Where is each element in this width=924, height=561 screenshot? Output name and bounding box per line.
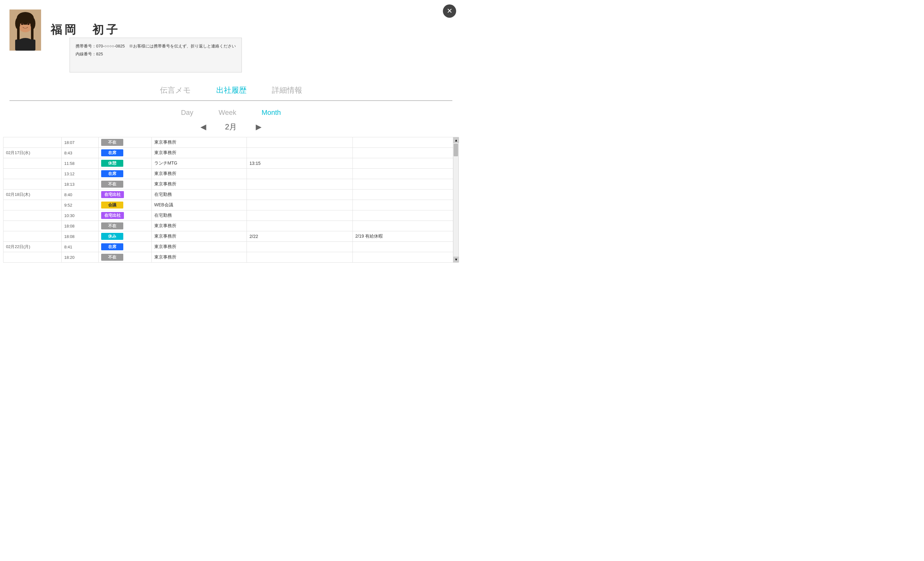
extra-col5 [247,179,353,190]
location-cell: 東京事務所 [152,179,247,190]
location-cell: 東京事務所 [152,221,247,231]
svg-rect-5 [17,25,20,41]
prev-month-button[interactable]: ◀ [200,122,206,131]
location-cell: 東京事務所 [152,137,247,148]
svg-rect-12 [15,39,35,51]
scrollbar-thumb[interactable] [454,144,458,156]
date-cell [3,168,62,179]
time-cell: 18:13 [62,179,99,190]
status-cell: 在席 [99,168,152,179]
name-section: 福岡 初子 [51,13,242,38]
time-cell: 13:12 [62,168,99,179]
extra-col5: 2/22 [247,231,353,242]
view-week[interactable]: Week [219,108,237,117]
time-cell: 18:08 [62,221,99,231]
time-cell: 9:52 [62,200,99,211]
extra-col5 [247,190,353,200]
header: 福岡 初子 携帯番号：070-○○○○-0825 ※お客様には携帯番号を伝えず、… [0,0,462,79]
status-cell: 不在 [99,179,152,190]
status-cell: 不在 [99,252,152,263]
status-cell: 在宅出社 [99,190,152,200]
table-row: 02月18日(木)8:40在宅出社在宅勤務 [3,190,459,200]
status-badge: 不在 [101,254,123,261]
date-cell [3,179,62,190]
extra-col6 [353,158,459,168]
table-row: 11:58休憩ランチMTG13:15 [3,158,459,168]
date-cell [3,231,62,242]
location-cell: 東京事務所 [152,148,247,158]
extra-col5 [247,137,353,148]
table-row: 13:12在席東京事務所 [3,168,459,179]
extra-col6 [353,211,459,221]
extra-col6 [353,179,459,190]
svg-point-9 [21,23,23,25]
table-row: 18:08不在東京事務所 [3,221,459,231]
time-cell: 18:08 [62,231,99,242]
location-cell: 東京事務所 [152,231,247,242]
table-row: 18:08休み東京事務所2/222/19 有給休暇 [3,231,459,242]
status-cell: 不在 [99,137,152,148]
status-badge: 休憩 [101,160,123,167]
time-cell: 8:41 [62,242,99,252]
svg-rect-6 [31,25,33,41]
location-cell: 東京事務所 [152,242,247,252]
status-cell: 在席 [99,242,152,252]
table-row: 10:30在宅出社在宅勤務 [3,211,459,221]
extension-info: 内線番号：825 [75,50,236,58]
extra-col6 [353,168,459,179]
extra-col5 [247,200,353,211]
date-cell [3,158,62,168]
scroll-up-button[interactable]: ▲ [453,137,459,143]
extra-col6 [353,137,459,148]
view-month[interactable]: Month [261,108,281,117]
tab-message[interactable]: 伝言メモ [160,85,191,95]
view-day[interactable]: Day [181,108,193,117]
date-cell [3,137,62,148]
tab-navigation: 伝言メモ 出社履歴 詳細情報 [9,79,452,101]
current-month: 2月 [225,122,237,132]
time-cell: 8:40 [62,190,99,200]
extra-col5 [247,211,353,221]
date-cell [3,252,62,263]
scroll-down-button[interactable]: ▼ [453,257,459,262]
location-cell: ランチMTG [152,158,247,168]
location-cell: 東京事務所 [152,168,247,179]
extra-col5 [247,168,353,179]
table-row: 9:52会議WEB会議 [3,200,459,211]
status-cell: 不在 [99,221,152,231]
location-cell: 東京事務所 [152,252,247,263]
date-cell [3,211,62,221]
tab-detail[interactable]: 詳細情報 [272,85,302,95]
month-navigation: ◀ 2月 ▶ [0,120,462,137]
status-cell: 休憩 [99,158,152,168]
next-month-button[interactable]: ▶ [256,122,261,131]
table-row: 18:07不在東京事務所 [3,137,459,148]
table-row: 02月22日(月)8:41在席東京事務所 [3,242,459,252]
time-cell: 8:43 [62,148,99,158]
status-cell: 会議 [99,200,152,211]
date-cell: 02月18日(木) [3,190,62,200]
status-badge: 休み [101,233,123,240]
time-cell: 10:30 [62,211,99,221]
location-cell: 在宅勤務 [152,190,247,200]
extra-col6 [353,148,459,158]
table-row: 18:20不在東京事務所 [3,252,459,263]
extra-col6 [353,221,459,231]
status-cell: 在宅出社 [99,211,152,221]
extra-col6 [353,200,459,211]
status-badge: 在席 [101,149,123,156]
extra-col5: 13:15 [247,158,353,168]
extra-col6 [353,190,459,200]
table-row: 02月17日(水)8:43在席東京事務所 [3,148,459,158]
status-badge: 在宅出社 [101,212,124,219]
close-button[interactable]: ✕ [443,5,456,18]
status-badge: 不在 [101,180,123,188]
schedule-table-wrapper: 18:07不在東京事務所02月17日(水)8:43在席東京事務所11:58休憩ラ… [3,137,459,263]
view-toggle: Day Week Month [0,101,462,120]
extra-col5 [247,148,353,158]
location-cell: 在宅勤務 [152,211,247,221]
scrollbar[interactable]: ▲ ▼ [453,137,459,263]
extra-col5 [247,252,353,263]
tab-history[interactable]: 出社履歴 [216,85,247,95]
time-cell: 18:20 [62,252,99,263]
